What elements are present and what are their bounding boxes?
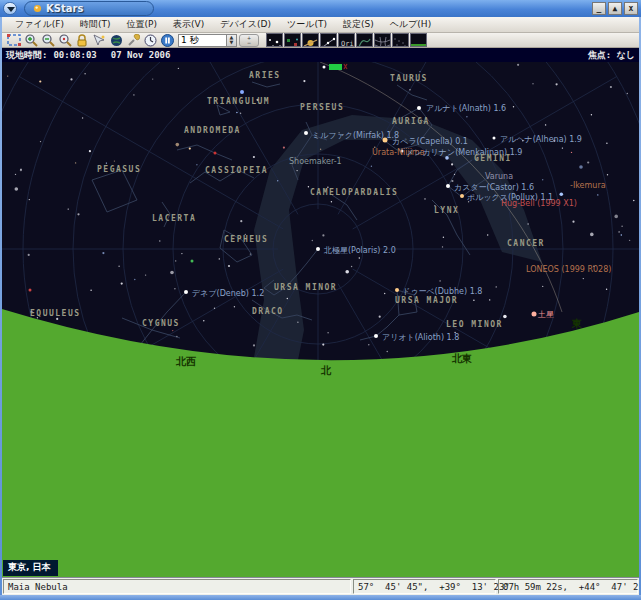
star: [236, 112, 237, 113]
star: [527, 223, 528, 224]
menu-time[interactable]: 時間(T): [73, 17, 118, 32]
menu-tools[interactable]: ツール(T): [280, 17, 334, 32]
star: [287, 298, 288, 299]
menu-devices[interactable]: デバイス(D): [213, 17, 278, 32]
toggle-planets-button[interactable]: [302, 33, 319, 47]
star: [327, 332, 328, 333]
star: [473, 300, 474, 301]
star: [172, 330, 173, 331]
toggle-stars-button[interactable]: [266, 33, 283, 47]
star: [39, 80, 41, 82]
lock-position-button[interactable]: [74, 33, 90, 47]
focus-value: なし: [617, 50, 635, 60]
star: [77, 213, 79, 215]
zoom-out-button[interactable]: [40, 33, 56, 47]
time-step-input[interactable]: [178, 34, 226, 47]
horizon-icon: [393, 37, 408, 47]
spin-down-icon: ▼: [230, 40, 234, 45]
kstars-window: KStars _ ▲ x ファイル(F)時間(T)位置(P)表示(V)デバイス(…: [0, 0, 641, 600]
star: [240, 113, 241, 114]
star: [331, 201, 332, 202]
fullscreen-button[interactable]: [6, 33, 22, 47]
star: [606, 289, 607, 290]
set-time-button[interactable]: [142, 33, 158, 47]
status-azalt: 57° 45' 45", +39° 13' 23": [353, 579, 496, 594]
zoom-in-button[interactable]: [23, 33, 39, 47]
star: [15, 174, 16, 175]
menu-location[interactable]: 位置(P): [120, 17, 164, 32]
status-bar: Maia Nebula 57° 45' 45", +39° 13' 23" 07…: [2, 577, 639, 595]
time-step-spin-arrows[interactable]: ▲ ▼: [226, 34, 237, 47]
star: [591, 114, 592, 115]
stars-icon: [267, 37, 282, 47]
toggle-ground-button[interactable]: [410, 33, 427, 47]
toggle-constellation-lines-button[interactable]: [320, 33, 337, 47]
star: [345, 270, 349, 274]
bright-star: [214, 152, 217, 155]
minimize-button[interactable]: _: [592, 2, 606, 15]
menu-view[interactable]: 表示(V): [166, 17, 211, 32]
globe-icon: [110, 34, 123, 47]
bright-star: [323, 66, 326, 69]
menu-help[interactable]: ヘルプ(H): [383, 17, 438, 32]
star: [40, 141, 41, 142]
bright-star: [316, 247, 320, 251]
pleiades-marker[interactable]: [329, 64, 342, 70]
star: [368, 344, 369, 345]
star: [312, 240, 313, 241]
configure-button[interactable]: [125, 33, 141, 47]
window-menu-button[interactable]: [3, 2, 17, 15]
toggle-milkyway-button[interactable]: [356, 33, 373, 47]
star: [614, 215, 618, 219]
star: [627, 93, 628, 94]
sky-map[interactable]: Urata-Niijima-IkemuraHug-Bell (1999 X1)L…: [2, 62, 639, 577]
sky-canvas: [2, 62, 639, 577]
star: [503, 315, 507, 319]
toggle-grid-button[interactable]: [374, 33, 391, 47]
star: [542, 286, 543, 287]
ground-icon: [411, 37, 426, 47]
info-bar: 現地時間: 00:08:03 07 Nov 2006 焦点: なし: [2, 48, 639, 62]
star: [489, 299, 490, 300]
unit-minus-icon: −: [247, 40, 251, 45]
toggle-horizon-button[interactable]: [392, 33, 409, 47]
star: [434, 205, 435, 206]
geolocate-button[interactable]: [108, 33, 124, 47]
star: [384, 293, 385, 294]
bright-star: [29, 289, 32, 292]
window-border-bottom: [0, 595, 641, 600]
find-object-button[interactable]: [57, 33, 73, 47]
window-border-left: [0, 17, 2, 600]
bright-star: [460, 194, 464, 198]
local-time-label: 現地時間:: [6, 49, 47, 62]
close-button[interactable]: x: [624, 2, 638, 15]
time-unit-stepper[interactable]: + −: [239, 34, 259, 47]
star: [517, 64, 519, 66]
toggle-clock-button[interactable]: [159, 33, 175, 47]
star: [89, 150, 91, 152]
bright-star: [446, 184, 450, 188]
menu-bar: ファイル(F)時間(T)位置(P)表示(V)デバイス(D)ツール(T)設定(S)…: [2, 17, 639, 33]
kstars-app-icon: [33, 4, 42, 13]
menu-file[interactable]: ファイル(F): [8, 17, 71, 32]
star: [176, 143, 180, 147]
track-object-button[interactable]: [91, 33, 107, 47]
menu-settings[interactable]: 設定(S): [336, 17, 381, 32]
star: [338, 132, 339, 133]
star: [466, 116, 467, 117]
title-bar[interactable]: KStars _ ▲ x: [0, 0, 641, 17]
coordinate-grid-icon: [375, 37, 390, 47]
star: [159, 240, 160, 241]
star: [409, 89, 410, 90]
saturn-icon: [303, 37, 318, 47]
star: [633, 200, 634, 201]
star: [451, 180, 453, 182]
clock-icon: [144, 34, 157, 47]
star: [84, 73, 85, 74]
toggle-constellation-names-button[interactable]: Ori: [338, 33, 355, 47]
chevron-down-icon: [7, 7, 15, 12]
star: [102, 252, 104, 254]
toggle-deepsky-button[interactable]: [284, 33, 301, 47]
maximize-button[interactable]: ▲: [608, 2, 622, 15]
star: [322, 344, 324, 346]
